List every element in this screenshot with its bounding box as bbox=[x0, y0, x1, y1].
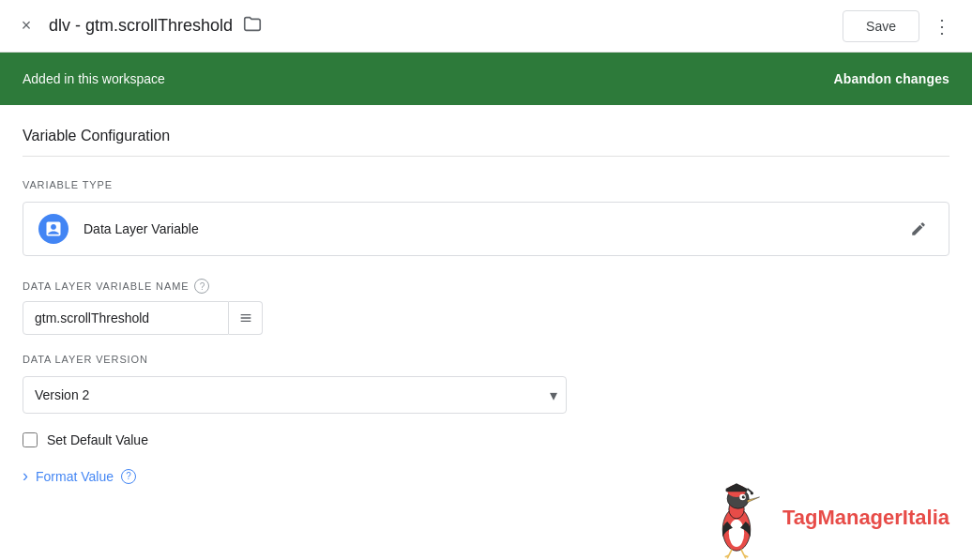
title-text: dlv - gtm.scrollThreshold bbox=[49, 16, 233, 36]
variable-type-box: Data Layer Variable bbox=[23, 202, 949, 256]
workspace-banner-text: Added in this workspace bbox=[23, 71, 165, 86]
save-button[interactable]: Save bbox=[843, 10, 919, 42]
variable-type-section: Variable Type Data Layer Variable bbox=[23, 179, 949, 256]
data-layer-name-label-row: Data Layer Variable Name ? bbox=[23, 279, 949, 294]
data-layer-version-label: Data Layer Version bbox=[23, 354, 949, 365]
variable-type-name: Data Layer Variable bbox=[84, 221, 904, 236]
data-layer-version-select-wrapper: Version 1 Version 2 ▾ bbox=[23, 376, 567, 414]
variable-type-icon bbox=[38, 214, 68, 244]
data-layer-version-section: Data Layer Version Version 1 Version 2 ▾ bbox=[23, 354, 949, 414]
main-content: Variable Configuration Variable Type Dat… bbox=[0, 105, 972, 560]
workspace-banner: Added in this workspace Abandon changes bbox=[0, 53, 972, 105]
data-layer-name-label: Data Layer Variable Name bbox=[23, 280, 189, 292]
folder-icon[interactable] bbox=[242, 13, 263, 38]
variable-type-label: Variable Type bbox=[23, 179, 949, 190]
watermark-text: TagManagerItalia bbox=[782, 506, 949, 530]
format-value-label: Format Value bbox=[36, 469, 114, 484]
svg-line-12 bbox=[729, 550, 732, 556]
section-title: Variable Configuration bbox=[23, 128, 949, 157]
set-default-value-checkbox[interactable] bbox=[23, 432, 38, 447]
abandon-changes-button[interactable]: Abandon changes bbox=[834, 71, 949, 86]
svg-rect-8 bbox=[725, 489, 747, 492]
set-default-value-label[interactable]: Set Default Value bbox=[47, 432, 148, 447]
data-layer-version-select[interactable]: Version 1 Version 2 bbox=[23, 376, 567, 414]
data-layer-name-input[interactable] bbox=[23, 301, 229, 335]
top-bar: × dlv - gtm.scrollThreshold Save ⋮ bbox=[0, 0, 972, 53]
watermark: TagManagerItalia bbox=[694, 476, 949, 560]
chevron-right-icon: › bbox=[23, 466, 28, 486]
close-icon: × bbox=[22, 16, 32, 36]
data-layer-name-input-row bbox=[23, 301, 949, 335]
set-default-value-row: Set Default Value bbox=[23, 432, 949, 447]
svg-line-15 bbox=[741, 550, 744, 556]
data-layer-name-icon-button[interactable] bbox=[229, 301, 263, 335]
svg-point-11 bbox=[751, 492, 753, 494]
svg-marker-9 bbox=[725, 483, 747, 489]
svg-point-7 bbox=[744, 496, 745, 497]
svg-point-1 bbox=[729, 520, 744, 547]
more-icon: ⋮ bbox=[933, 15, 951, 38]
format-value-help-icon[interactable]: ? bbox=[121, 469, 136, 484]
edit-variable-type-button[interactable] bbox=[904, 214, 934, 244]
woodpecker-logo bbox=[694, 476, 779, 560]
top-bar-actions: Save ⋮ bbox=[843, 10, 957, 42]
data-layer-name-section: Data Layer Variable Name ? bbox=[23, 279, 949, 335]
page-title: dlv - gtm.scrollThreshold bbox=[49, 13, 831, 38]
data-layer-name-help-icon[interactable]: ? bbox=[194, 279, 209, 294]
more-options-button[interactable]: ⋮ bbox=[927, 11, 957, 41]
close-button[interactable]: × bbox=[15, 15, 38, 38]
